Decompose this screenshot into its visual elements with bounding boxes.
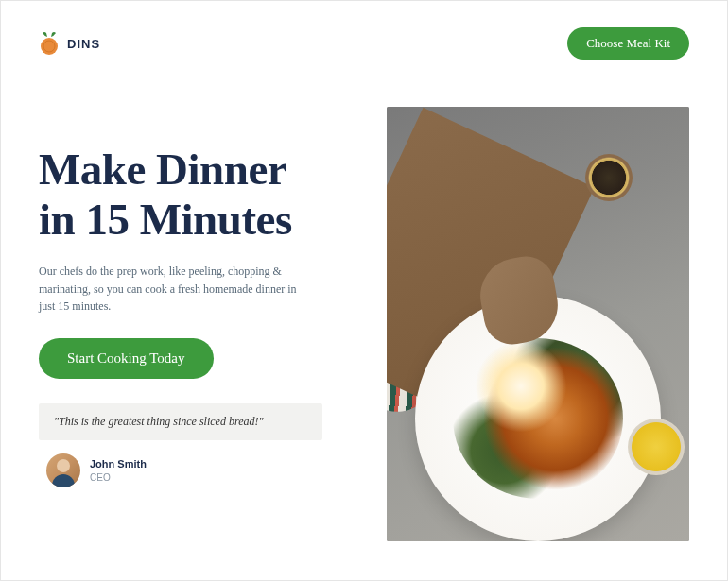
sauce-cup-graphic [628, 419, 685, 475]
choose-meal-kit-button[interactable]: Choose Meal Kit [567, 27, 689, 60]
author-name: John Smith [90, 457, 147, 470]
hero-headline: Make Dinner in 15 Minutes [39, 145, 332, 244]
brand-name: DINS [67, 37, 100, 51]
header: DINS Choose Meal Kit [39, 27, 689, 60]
start-cooking-button[interactable]: Start Cooking Today [39, 338, 214, 379]
orange-fruit-icon [39, 31, 60, 56]
author-info: John Smith CEO [90, 457, 147, 483]
author-role: CEO [90, 471, 147, 484]
landing-page: DINS Choose Meal Kit Make Dinner in 15 M… [0, 0, 728, 581]
author-avatar [46, 453, 80, 487]
testimonial-author: John Smith CEO [39, 453, 332, 487]
hero-text-column: Make Dinner in 15 Minutes Our chefs do t… [39, 107, 332, 487]
testimonial-quote: "This is the greatest thing since sliced… [39, 403, 322, 440]
watch-graphic [585, 154, 633, 201]
brand-logo[interactable]: DINS [39, 31, 100, 56]
main-content: Make Dinner in 15 Minutes Our chefs do t… [39, 107, 689, 541]
hero-food-image [387, 107, 689, 541]
hero-subtext: Our chefs do the prep work, like peeling… [39, 263, 313, 316]
hero-image-column [360, 107, 689, 541]
food-graphic [453, 338, 623, 499]
